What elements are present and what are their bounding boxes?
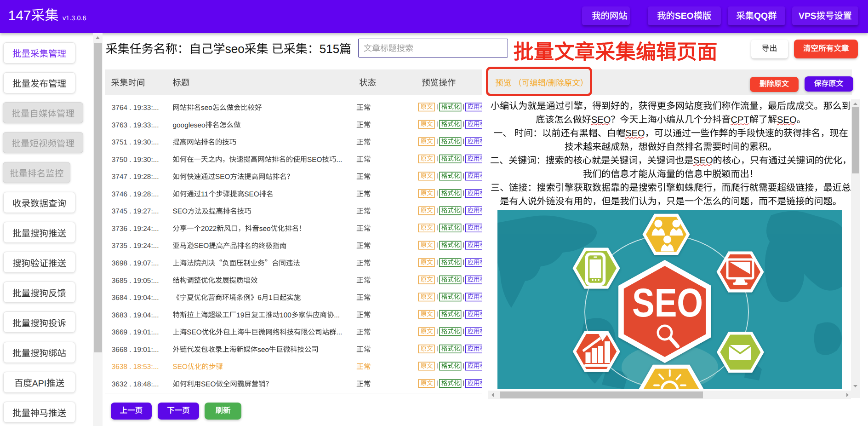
- svg-text:3745 . 19:27:...: 3745 . 19:27:...: [112, 207, 159, 215]
- svg-text:seo: seo: [259, 225, 271, 233]
- svg-text:3638 . 18:53:...: 3638 . 18:53:...: [112, 363, 159, 371]
- svg-text:3632 . 18:48:...: 3632 . 18:48:...: [112, 380, 159, 388]
- svg-text:19: 19: [236, 311, 244, 319]
- svg-text:2022: 2022: [201, 225, 217, 233]
- svg-text:3669 . 19:01:...: 3669 . 19:01:...: [112, 328, 159, 336]
- svg-text:11: 11: [201, 190, 208, 198]
- svg-text:3736 . 19:24:...: 3736 . 19:24:...: [112, 225, 159, 233]
- svg-text:SEO: SEO: [215, 173, 230, 181]
- svg-text:CPT: CPT: [731, 115, 749, 125]
- svg-text:SEO: SEO: [201, 380, 216, 388]
- svg-text:3735 . 19:24:...: 3735 . 19:24:...: [112, 242, 159, 250]
- svg-text:SEO: SEO: [187, 328, 202, 336]
- svg-text:seo: seo: [225, 42, 245, 56]
- svg-text:3750 . 19:30:...: 3750 . 19:30:...: [112, 156, 159, 164]
- svg-text:3746 . 19:28:...: 3746 . 19:28:...: [112, 190, 159, 198]
- svg-text:6: 6: [257, 294, 262, 302]
- svg-text:SEO: SEO: [194, 242, 209, 250]
- svg-text:...: ...: [336, 328, 342, 336]
- svg-text:3668 . 19:01:...: 3668 . 19:01:...: [112, 346, 159, 354]
- svg-text:3763 . 19:33:...: 3763 . 19:33:...: [112, 121, 159, 129]
- svg-text:3747 . 19:28:...: 3747 . 19:28:...: [112, 173, 159, 181]
- svg-text:SEO: SEO: [632, 280, 703, 325]
- svg-text:3683 . 19:04:...: 3683 . 19:04:...: [112, 311, 159, 319]
- svg-text:3685 . 19:05:...: 3685 . 19:05:...: [112, 277, 159, 285]
- svg-text:SEO: SEO: [173, 363, 188, 371]
- svg-text:3751 . 19:30:...: 3751 . 19:30:...: [112, 138, 159, 146]
- svg-text:SEO: SEO: [307, 156, 322, 164]
- svg-text:SEO: SEO: [173, 207, 188, 215]
- svg-text:...: ...: [336, 156, 342, 164]
- svg-text:515: 515: [320, 42, 339, 56]
- svg-text:3764 . 19:33:...: 3764 . 19:33:...: [112, 104, 159, 112]
- svg-text:3698 . 19:07:...: 3698 . 19:07:...: [112, 259, 159, 267]
- svg-text:3684 . 19:04:...: 3684 . 19:04:...: [112, 294, 159, 302]
- svg-text:googleseo: googleseo: [173, 121, 206, 129]
- svg-text:SEO: SEO: [777, 115, 796, 125]
- svg-text:SEO: SEO: [625, 128, 645, 138]
- svg-text:SEO: SEO: [244, 190, 259, 198]
- svg-text:seo: seo: [201, 104, 212, 112]
- svg-text:100: 100: [280, 311, 291, 319]
- svg-text:1: 1: [268, 294, 273, 302]
- svg-text:seo: seo: [257, 346, 269, 354]
- svg-text:...: ...: [334, 311, 340, 319]
- svg-text:SEO: SEO: [591, 115, 611, 125]
- svg-text:SEO: SEO: [693, 155, 713, 166]
